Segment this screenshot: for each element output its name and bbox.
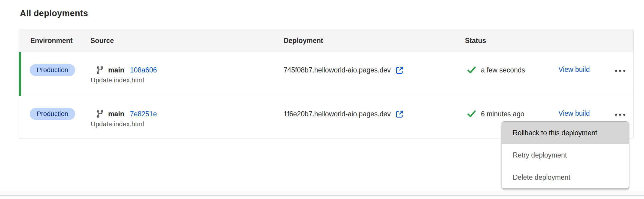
environment-badge: Production xyxy=(30,108,75,120)
table-header-row: Environment Source Deployment Status xyxy=(19,29,633,52)
branch-name: main xyxy=(108,66,124,74)
deployment-cell: 1f6e20b7.helloworld-aio.pages.dev xyxy=(284,109,404,118)
section-divider xyxy=(0,191,644,196)
commit-message: Update index.html xyxy=(91,76,144,84)
column-header-deployment: Deployment xyxy=(284,37,323,45)
row-actions-context-menu: Rollback to this deployment Retry deploy… xyxy=(502,121,629,189)
column-header-source: Source xyxy=(90,37,114,45)
branch-name: main xyxy=(108,110,124,118)
git-branch-icon xyxy=(96,110,104,118)
git-branch-icon xyxy=(96,66,104,74)
external-link-icon[interactable] xyxy=(395,109,404,119)
source-cell: main 108a606 xyxy=(96,66,157,75)
success-check-icon xyxy=(466,109,477,119)
success-check-icon xyxy=(466,65,477,75)
deployment-url: 1f6e20b7.helloworld-aio.pages.dev xyxy=(284,110,391,118)
column-header-status: Status xyxy=(465,37,486,45)
commit-link[interactable]: 108a606 xyxy=(130,66,157,74)
source-cell: main 7e8251e xyxy=(96,109,157,118)
environment-badge: Production xyxy=(30,64,75,76)
external-link-icon[interactable] xyxy=(395,66,404,75)
menu-item-rollback[interactable]: Rollback to this deployment xyxy=(502,122,629,144)
status-cell: a few seconds xyxy=(466,65,525,75)
row-actions-menu-button[interactable] xyxy=(614,112,627,118)
commit-link[interactable]: 7e8251e xyxy=(130,110,157,118)
commit-message: Update index.html xyxy=(91,120,144,128)
page-title: All deployments xyxy=(20,8,88,18)
status-time: a few seconds xyxy=(481,66,525,74)
status-time: 6 minutes ago xyxy=(481,110,524,118)
deployment-url: 745f08b7.helloworld-aio.pages.dev xyxy=(284,66,391,74)
status-cell: 6 minutes ago xyxy=(466,109,524,119)
current-deployment-indicator xyxy=(19,52,21,96)
view-build-link[interactable]: View build xyxy=(558,66,590,74)
menu-item-delete[interactable]: Delete deployment xyxy=(502,166,629,188)
row-actions-menu-button[interactable] xyxy=(614,68,627,74)
column-header-environment: Environment xyxy=(30,37,73,45)
view-build-link[interactable]: View build xyxy=(558,109,590,118)
menu-item-retry[interactable]: Retry deployment xyxy=(502,144,629,166)
deployment-cell: 745f08b7.helloworld-aio.pages.dev xyxy=(284,66,404,75)
table-row: Production main 108a606 Update index.htm… xyxy=(19,52,633,96)
